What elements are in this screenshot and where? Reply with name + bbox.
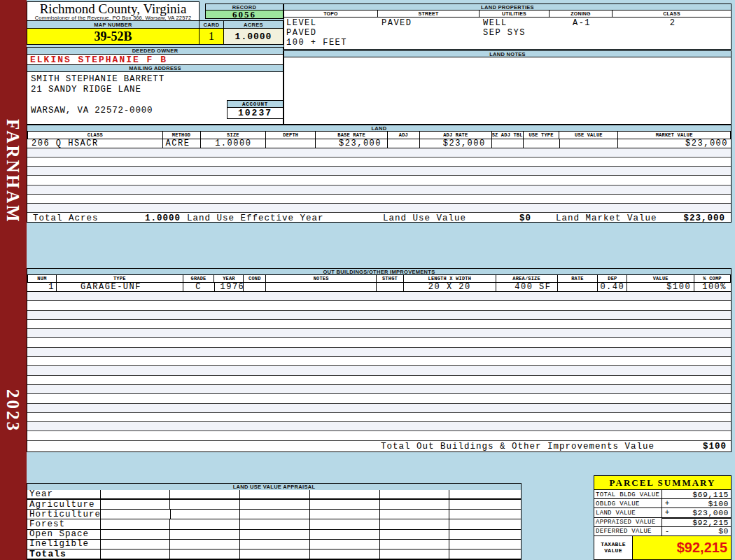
- cell-value: $100: [627, 283, 694, 291]
- col-size: SIZE: [201, 132, 267, 139]
- col-type: TYPE: [57, 275, 183, 282]
- class-value: 2: [613, 18, 732, 28]
- row-label: LAND VALUE: [594, 508, 662, 517]
- topo-value: PAVED: [286, 28, 317, 38]
- cell-class: 206 Q HSACR: [27, 139, 163, 148]
- row-value: $92,215: [672, 517, 731, 526]
- cell-method: ACRE: [163, 139, 201, 148]
- col-value: VALUE: [627, 275, 694, 282]
- col-market-value: MARKET VALUE: [618, 132, 731, 139]
- out-buildings-header-row: NUM TYPE GRADE YEAR COND NOTES STHGT LEN…: [27, 275, 731, 283]
- row-label: Totals: [27, 550, 101, 559]
- land-market-value: $23,000: [683, 214, 725, 223]
- col-class: CLASS: [27, 132, 163, 139]
- map-number-value: 39-52B: [27, 28, 200, 45]
- row-label: TOTAL BLDG VALUE: [594, 490, 662, 498]
- table-row: Agriculture: [27, 500, 521, 510]
- land-market-value-label: Land Market Value: [556, 214, 657, 223]
- table-row: Open Space: [27, 530, 521, 540]
- zoning-value: A-1: [550, 18, 613, 28]
- out-buildings-total-label: Total Out Buildings & Other Improvements…: [381, 442, 654, 451]
- out-buildings-empty-rows: [27, 292, 731, 441]
- card-value: 1: [199, 28, 224, 45]
- cell-base-rate: $23,000: [316, 139, 388, 148]
- row-operator: -: [662, 527, 672, 536]
- row-value: $100: [672, 499, 731, 507]
- table-row-totals: Totals: [27, 550, 521, 559]
- topo-value: LEVEL: [286, 18, 317, 28]
- acres-value: 1.0000: [223, 28, 284, 45]
- out-buildings-total-row: Total Out Buildings & Other Improvements…: [27, 441, 731, 453]
- cell-adj-rate: $23,000: [420, 139, 492, 148]
- row-value: $23,000: [672, 508, 731, 517]
- taxable-value-row: TAXABLE VALUE $92,215: [594, 536, 731, 559]
- col-sthgt: STHGT: [377, 275, 404, 282]
- cell-market-value: $23,000: [618, 139, 731, 148]
- deeded-owner-name: ELKINS STEPHANIE F B: [27, 54, 284, 65]
- district-name: FARNHAM: [3, 119, 22, 224]
- property-record-card: FARNHAM 2023 Richmond County, Virginia C…: [0, 0, 735, 560]
- row-label: OBLDG VALUE: [594, 499, 662, 507]
- land-notes-box: [284, 57, 732, 125]
- land-totals-row: Total Acres 1.0000 Land Use Effective Ye…: [27, 213, 731, 224]
- row-label: Agriculture: [27, 500, 101, 509]
- effective-year-label: Land Use Effective Year: [187, 214, 324, 223]
- table-row: Horticulture: [27, 510, 521, 519]
- summary-row: DEFERRED VALUE - $0: [594, 527, 731, 536]
- table-row: Year: [27, 490, 521, 500]
- address-line: WARSAW, VA 22572-0000: [31, 106, 153, 116]
- col-cond: COND: [244, 275, 266, 282]
- summary-row: OBLDG VALUE + $100: [594, 499, 731, 508]
- summary-row: APPRAISED VALUE $92,215: [594, 518, 731, 527]
- tax-year: 2023: [3, 389, 22, 433]
- topo-value: 100 + FEET: [286, 38, 347, 48]
- summary-row: TOTAL BLDG VALUE $69,115: [594, 490, 731, 499]
- mailing-address-box: SMITH STEPHANIE BARRETT 21 SANDY RIDGE L…: [27, 71, 284, 125]
- taxable-value: $92,215: [633, 536, 731, 559]
- row-value: $69,115: [672, 490, 731, 498]
- col-use-type: USE TYPE: [524, 132, 560, 139]
- table-row: Ineligible: [27, 540, 521, 550]
- address-line: SMITH STEPHANIE BARRETT: [31, 74, 164, 85]
- land-use-appraisal-table: Year Agriculture Horticulture Forest Ope…: [27, 490, 522, 560]
- cell-year: 1976: [215, 283, 244, 291]
- col-adj: ADJ: [388, 132, 420, 139]
- out-buildings-total-value: $100: [703, 442, 727, 451]
- col-dep: DEP: [598, 275, 627, 282]
- col-notes: NOTES: [266, 275, 377, 282]
- col-num: NUM: [27, 275, 57, 282]
- row-operator: [662, 517, 672, 526]
- col-length-width: LENGTH X WIDTH: [404, 275, 496, 282]
- col-use-value: USE VALUE: [559, 132, 618, 139]
- utilities-value: SEP SYS: [483, 28, 526, 38]
- land-properties-values: LEVEL PAVED 100 + FEET PAVED WELL SEP SY…: [284, 17, 732, 50]
- col-grade: GRADE: [183, 275, 215, 282]
- cell-sthgt: [377, 283, 404, 291]
- account-value: 10237: [227, 107, 284, 119]
- table-row: Forest: [27, 519, 521, 529]
- row-label: DEFERRED VALUE: [594, 527, 662, 536]
- row-label: Ineligible: [27, 540, 101, 549]
- street-value: PAVED: [382, 18, 412, 28]
- cell-use-type: [524, 139, 560, 148]
- cell-length-width: 20 X 20: [404, 283, 496, 291]
- cell-num: 1: [27, 283, 57, 291]
- cell-cond: [244, 283, 266, 291]
- parcel-summary: PARCEL SUMMARY TOTAL BLDG VALUE $69,115 …: [594, 475, 732, 560]
- record-value: 6056: [205, 10, 284, 19]
- land-empty-rows: [27, 148, 731, 213]
- land-use-value: $0: [489, 214, 531, 223]
- row-label: Year: [27, 490, 101, 498]
- col-depth: DEPTH: [266, 132, 316, 139]
- address-line: 21 SANDY RIDGE LANE: [31, 85, 141, 95]
- total-acres-label: Total Acres: [33, 214, 99, 223]
- row-value: $0: [672, 527, 731, 536]
- utilities-value: WELL: [483, 18, 507, 28]
- left-spine: FARNHAM 2023: [0, 0, 27, 560]
- col-base-rate: BASE RATE: [316, 132, 388, 139]
- county-header-box: Richmond County, Virginia Commissioner o…: [27, 1, 200, 21]
- col-pct-comp: % COMP: [694, 275, 731, 282]
- col-method: METHOD: [163, 132, 201, 139]
- row-label: Open Space: [27, 530, 101, 539]
- taxable-value-label: TAXABLE VALUE: [594, 536, 633, 559]
